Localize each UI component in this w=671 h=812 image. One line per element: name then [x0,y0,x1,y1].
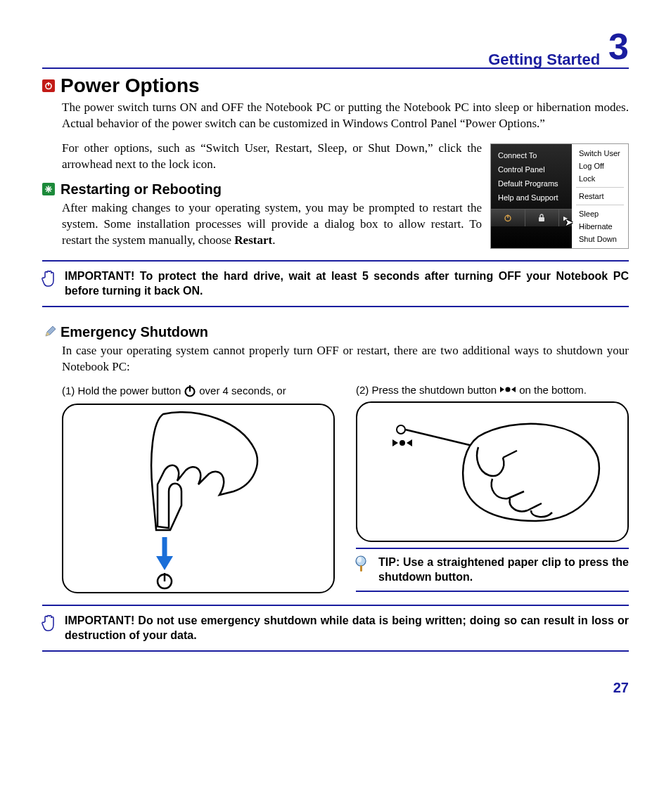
heading-restarting: Restarting or Rebooting [62,181,482,198]
svg-point-24 [357,557,362,562]
svg-marker-19 [392,439,398,446]
svg-marker-15 [500,387,504,392]
menu-item: Restart [572,190,628,202]
svg-marker-12 [156,556,173,570]
menu-item: Lock [572,172,628,185]
important-callout-1: IMPORTANT! To protect the hard drive, wa… [42,260,629,307]
heading-emergency-shutdown: Emergency Shutdown [62,324,629,340]
svg-point-16 [506,387,511,392]
chapter-number: 3 [608,28,629,65]
callout-text: TIP: Use a straightened paper clip to pr… [378,555,629,585]
heading-power-options: Power Options [62,75,629,97]
hand-stop-icon [41,613,58,636]
start-menu-right-column: Switch User Log Off Lock Restart Sleep H… [572,144,628,248]
page-number: 27 [42,680,629,696]
menu-item: Switch User [572,147,628,160]
svg-rect-25 [360,565,362,572]
svg-rect-4 [539,217,544,221]
magnifier-tip-icon [354,555,371,576]
restart-section-icon [42,183,55,195]
menu-item: Shut Down [572,233,628,245]
menu-item: Connect To [491,148,572,162]
power-button-icon [183,384,197,398]
emergency-step-2: (2) Press the shutdown button on the bot… [356,384,629,396]
callout-text: IMPORTANT! To protect the hard drive, wa… [65,269,629,299]
page-header-title: Getting Started [488,51,600,69]
emergency-step-1: (1) Hold the power button over 4 seconds… [62,384,335,398]
tip-callout: TIP: Use a straightened paper clip to pr… [356,548,629,592]
svg-marker-21 [407,439,412,446]
pencil-icon [44,326,56,338]
power-section-icon [42,79,55,92]
menu-item: Hibernate [572,220,628,233]
svg-marker-17 [511,387,516,392]
svg-point-18 [397,425,405,434]
shutdown-pinhole-icon [499,385,517,394]
power-icon [491,210,525,226]
arrow-icon: ▸ ➤ [559,210,572,226]
illustration-press-shutdown-pin [356,401,629,542]
svg-point-20 [400,440,405,446]
menu-item: Control Panel [491,162,572,176]
emergency-paragraph: In case your operating system cannot pro… [62,343,629,375]
heading-text: Restarting or Rebooting [60,181,222,198]
important-callout-2: IMPORTANT! Do not use emergency shutdown… [42,605,629,652]
power-options-paragraph-1: The power switch turns ON and OFF the No… [62,100,629,132]
menu-item: Log Off [572,160,628,172]
menu-item: Default Programs [491,176,572,191]
callout-text: IMPORTANT! Do not use emergency shutdown… [65,613,629,643]
start-menu-left-column: Connect To Control Panel Default Program… [491,144,572,248]
menu-item: Sleep [572,207,628,220]
heading-text: Power Options [60,75,200,97]
hand-stop-icon [41,269,58,291]
heading-text: Emergency Shutdown [60,324,208,340]
start-menu-screenshot: Connect To Control Panel Default Program… [490,143,629,249]
illustration-hold-power-button [62,404,335,593]
start-menu-bottom-bar: ▸ ➤ [491,209,572,226]
lock-icon [525,210,560,226]
cursor-icon: ➤ [565,217,573,228]
svg-line-22 [405,430,478,447]
menu-item: Help and Support [491,191,572,205]
